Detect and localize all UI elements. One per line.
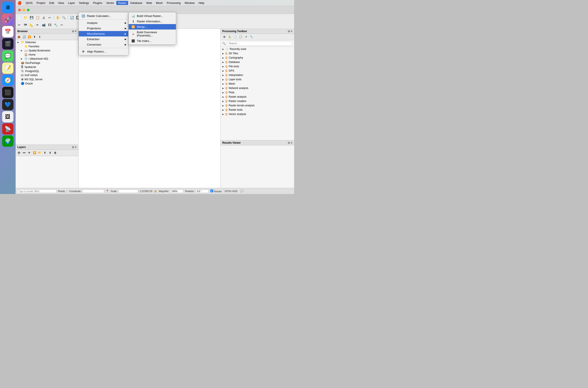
menu-window[interactable]: Window [183, 1, 196, 5]
browser-filter-btn[interactable]: 🔽 [27, 34, 32, 39]
menu-plugins[interactable]: Plugins [91, 1, 104, 5]
open-project-btn[interactable]: 📁 [23, 15, 28, 20]
layers-group-btn[interactable]: 📂 [37, 150, 42, 155]
dock-davinci[interactable]: 🎬 [2, 38, 13, 49]
dock-notes[interactable]: 📝 [2, 63, 13, 74]
maximize-button[interactable] [27, 9, 29, 11]
proc-3d-tiles[interactable]: ▶ Q 3D Tiles [221, 51, 294, 56]
scale-input[interactable] [118, 190, 138, 193]
digitize-btn3[interactable]: 📐 [29, 22, 34, 28]
menu-build-virtual[interactable]: 📊 Build Virtual Raster... [129, 13, 176, 19]
proc-cartography[interactable]: ▶ Q Cartography [221, 56, 294, 60]
results-close-btn[interactable]: ✕ [291, 142, 292, 144]
menu-settings[interactable]: Settings [77, 1, 91, 5]
save-project-btn[interactable]: 💾 [29, 15, 34, 20]
toolbox-history-btn[interactable]: 🕐 [233, 34, 237, 39]
menu-raster[interactable]: Raster [116, 1, 128, 5]
tree-spatial-bookmarks[interactable]: ▶ 📖 Spatial Bookmarks [16, 48, 78, 52]
print-btn[interactable]: 🖨 [41, 15, 46, 20]
menu-processing[interactable]: Processing [165, 1, 182, 5]
proc-mesh[interactable]: ▶ Q Mesh [221, 82, 294, 86]
apple-logo[interactable]: 🍎 [17, 1, 22, 5]
dock-messages[interactable]: 💬 [2, 50, 13, 62]
digitize-btn8[interactable]: ✂ [59, 22, 65, 28]
tree-volumes[interactable]: ▶ 📁 /Volumes [16, 40, 78, 44]
menu-raster-info[interactable]: ℹ Raster Information... [129, 19, 176, 24]
zoom-in-btn[interactable]: 🔍 [61, 15, 67, 20]
menu-miscellaneous[interactable]: Miscellaneous ▶ [79, 31, 128, 36]
misc-submenu[interactable]: 📊 Build Virtual Raster... ℹ Raster Infor… [128, 12, 176, 45]
menu-layer[interactable]: Layer [66, 1, 77, 5]
browser-refresh-btn[interactable]: 🔄 [22, 34, 26, 39]
dock-launchpad[interactable]: 🚀 [2, 14, 13, 25]
toolbox-expand-btn[interactable]: ↗ [244, 34, 248, 39]
browser-collapse-btn[interactable]: ⊟ [72, 30, 74, 33]
menu-qgis[interactable]: QGIS [24, 1, 34, 5]
toolbox-search-input[interactable] [227, 41, 292, 46]
menu-view[interactable]: View [56, 1, 66, 5]
menu-project[interactable]: Project [35, 1, 47, 5]
layers-visible-btn[interactable]: 👁 [27, 150, 32, 155]
digitize-btn2[interactable]: 🗺 [23, 22, 28, 28]
proc-database[interactable]: ▶ Q Database [221, 60, 294, 64]
raster-dropdown-menu[interactable]: 🔢 Raster Calculator... Analysis ▶ Projec… [79, 12, 128, 55]
tree-geopackage[interactable]: 📦 GeoPackage [16, 61, 78, 65]
tree-postgresql[interactable]: 🐘 PostgreSQL [16, 69, 78, 73]
dock-safari[interactable]: 🧭 [2, 75, 13, 86]
menu-align-rasters[interactable]: ⚙ Align Rasters... [79, 49, 128, 54]
browser-add-btn[interactable]: 📥 [17, 34, 21, 39]
results-collapse-btn[interactable]: ⊟ [288, 142, 290, 144]
render-checkbox[interactable] [210, 190, 213, 192]
locate-input[interactable] [17, 190, 56, 193]
toolbox-wrench-btn[interactable]: 🔧 [249, 34, 254, 39]
dock-finder[interactable]: 🖥 [2, 2, 13, 13]
undo-btn[interactable]: ↩ [47, 15, 52, 20]
coordinate-input[interactable] [82, 190, 104, 193]
menu-help[interactable]: Help [197, 1, 206, 5]
dock-vscode[interactable]: 💙 [2, 99, 13, 110]
digitize-btn7[interactable]: 🔧 [53, 22, 59, 28]
refresh-btn[interactable]: 🔄 [69, 15, 75, 20]
tree-macintosh-hd[interactable]: ▶ 💿 / (Macintosh HD) [16, 57, 78, 61]
rotation-input[interactable] [196, 190, 209, 193]
dock-qgis[interactable]: 🌍 [2, 135, 13, 147]
menu-edit[interactable]: Edit [47, 1, 56, 5]
menu-raster-calculator[interactable]: 🔢 Raster Calculator... [79, 13, 128, 19]
layers-close-btn[interactable]: ✕ [75, 146, 77, 149]
proc-recently-used[interactable]: ▶ 🕐 Recently used [221, 47, 294, 51]
proc-gps[interactable]: ▶ Q GPS [221, 69, 294, 73]
dock-calendar[interactable]: 📅 [2, 26, 13, 37]
dock-filezilla[interactable]: 📡 [2, 123, 13, 135]
magnifier-input[interactable] [170, 190, 183, 193]
menu-projections[interactable]: Projections ▶ [79, 25, 128, 31]
menu-web[interactable]: Web [144, 1, 154, 5]
digitize-btn5[interactable]: 📹 [41, 22, 46, 28]
dock-preview[interactable]: 🖼 [2, 111, 13, 122]
minimize-button[interactable] [23, 9, 25, 11]
layers-filter-btn[interactable]: 🔽 [32, 150, 37, 155]
new-project-btn[interactable]: 📄 [17, 15, 22, 20]
tree-sap-hana[interactable]: 🗃 SAP HANA [16, 73, 78, 77]
menu-database[interactable]: Database [129, 1, 144, 5]
menu-tile-index[interactable]: ⬛ Tile Index... [129, 38, 176, 44]
layers-remove-btn[interactable]: ➖ [22, 150, 26, 155]
tree-home[interactable]: 🏠 Home [16, 52, 78, 57]
proc-raster-terrain[interactable]: ▶ Q Raster terrain analysis [221, 103, 294, 108]
menu-merge[interactable]: 🔀 Merge... [129, 24, 176, 29]
proc-raster-creation[interactable]: ▶ Q Raster creation [221, 99, 294, 103]
crs-badge[interactable]: EPSG:4326 [224, 190, 239, 193]
tree-ms-sql[interactable]: 🖥 MS SQL Server [16, 77, 78, 81]
processing-close-btn[interactable]: ✕ [291, 30, 292, 33]
layers-down-btn[interactable]: ⬇ [48, 150, 52, 155]
proc-plots[interactable]: ▶ Q Plots [221, 90, 294, 95]
proc-network-analysis[interactable]: ▶ Q Network analysis [221, 86, 294, 90]
save-as-btn[interactable]: 📋 [35, 15, 40, 20]
toolbox-results-btn[interactable]: 📋 [238, 34, 243, 39]
tree-spatialite[interactable]: 🗄 SpatiaLite [16, 65, 78, 69]
layers-up-btn[interactable]: ⬆ [43, 150, 47, 155]
proc-interpolation[interactable]: ▶ Q Interpolation [221, 73, 294, 77]
menu-extraction[interactable]: Extraction ▶ [79, 36, 128, 42]
proc-file-tools[interactable]: ▶ Q File tools [221, 64, 294, 69]
tree-favorites[interactable]: ⭐ Favorites [16, 44, 78, 48]
digitize-btn1[interactable]: ✏ [17, 22, 22, 28]
